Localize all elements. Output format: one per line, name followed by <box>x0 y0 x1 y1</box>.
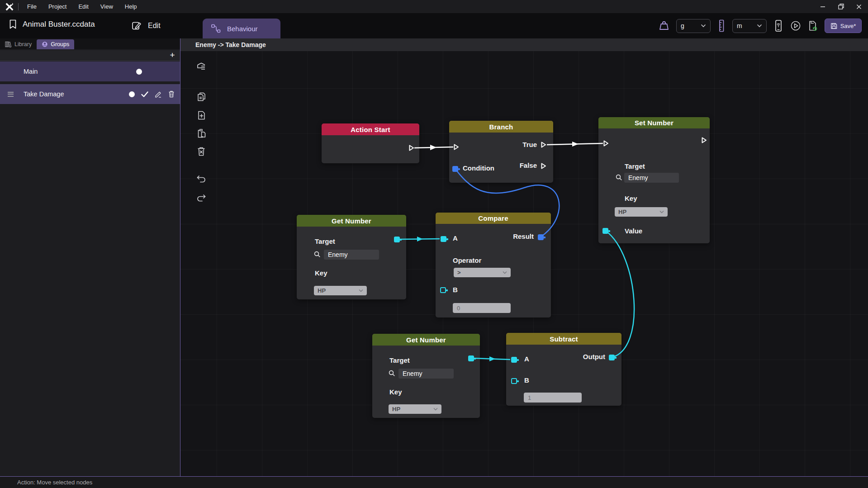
exec-in-pin[interactable] <box>452 143 460 151</box>
maximize-button[interactable] <box>832 0 850 13</box>
node-library-icon[interactable] <box>196 61 207 72</box>
b-value-input[interactable]: 1 <box>524 393 582 403</box>
save-button-label: Save* <box>840 23 856 29</box>
condition-in-pin[interactable] <box>452 166 458 172</box>
rename-pencil-icon[interactable] <box>155 91 162 98</box>
output-out-pin[interactable] <box>609 355 615 360</box>
edit-mode-button[interactable]: Edit <box>131 20 161 31</box>
target-value: Enemy <box>628 174 648 181</box>
target-search-input[interactable]: Enemy <box>624 173 679 183</box>
a-in-pin[interactable] <box>441 236 446 242</box>
node-action-start[interactable]: Action Start <box>322 123 419 163</box>
group-row-take-damage[interactable]: Take Damage <box>0 84 180 104</box>
node-set-number[interactable]: Set Number Target Enemy Key HP Value <box>598 117 710 243</box>
target-search-input[interactable]: Enemy <box>398 369 454 379</box>
window-controls <box>814 0 868 13</box>
active-dot-indicator[interactable] <box>129 91 135 97</box>
delete-trash-icon[interactable] <box>168 90 175 98</box>
b-in-pin[interactable] <box>511 378 517 384</box>
key-label: Key <box>625 194 637 202</box>
search-icon <box>389 370 395 377</box>
a-in-pin[interactable] <box>511 357 517 363</box>
number-out-pin[interactable] <box>468 355 474 361</box>
status-text: Action: Move selected nodes <box>17 479 92 486</box>
header-toolbar: g m Save* <box>658 13 868 38</box>
breadcrumb: Enemy -> Take Damage <box>195 41 266 48</box>
true-exec-out-pin[interactable] <box>540 141 547 148</box>
false-label: False <box>520 161 537 169</box>
chevron-down-icon <box>757 24 762 28</box>
delete-nodes-icon[interactable] <box>196 146 207 157</box>
search-icon <box>616 174 622 181</box>
value-in-pin[interactable] <box>602 228 608 234</box>
copy-icon[interactable] <box>196 91 207 102</box>
target-label: Target <box>625 162 645 170</box>
operator-dropdown[interactable]: > <box>454 268 511 277</box>
library-tab-label: Library <box>14 41 32 47</box>
exec-out-pin[interactable] <box>408 144 415 152</box>
node-subtract[interactable]: Subtract A Output B 1 <box>506 333 621 406</box>
target-value: Enemy <box>328 251 348 258</box>
behaviour-graph-icon <box>211 24 222 33</box>
ruler-icon <box>717 19 726 33</box>
mass-unit-select[interactable]: g <box>676 19 711 33</box>
paste-icon[interactable] <box>196 128 207 139</box>
tab-behaviour[interactable]: Behaviour <box>203 19 280 38</box>
tab-groups[interactable]: Groups <box>37 39 74 49</box>
undo-icon[interactable] <box>196 173 207 184</box>
node-get-number-2[interactable]: Get Number Target Enemy Key HP <box>372 334 480 418</box>
add-group-button[interactable]: + <box>167 50 177 60</box>
play-button[interactable] <box>790 20 801 31</box>
app-logo-icon <box>5 3 14 11</box>
chevron-down-icon <box>659 210 664 213</box>
redo-icon[interactable] <box>196 192 207 203</box>
menu-file[interactable]: File <box>27 3 37 10</box>
sidebar: Library Groups + Main Take Damage <box>0 38 180 476</box>
minimize-button[interactable] <box>814 0 832 13</box>
node-graph-canvas[interactable]: Enemy -> Take Damage Action Start Branch… <box>180 38 868 476</box>
node-compare[interactable]: Compare A Result Operator > B 0 <box>436 213 551 317</box>
key-dropdown[interactable]: HP <box>314 286 367 295</box>
condition-label: Condition <box>463 164 494 172</box>
groups-icon <box>42 41 48 47</box>
b-in-pin[interactable] <box>440 287 446 293</box>
save-button[interactable]: Save* <box>825 19 862 33</box>
b-value: 1 <box>528 394 531 401</box>
drag-handle-icon[interactable] <box>8 92 14 97</box>
b-value-input[interactable]: 0 <box>453 303 511 313</box>
menu-separator <box>18 3 19 10</box>
menu-edit[interactable]: Edit <box>78 3 88 10</box>
close-button[interactable] <box>850 0 868 13</box>
target-search-input[interactable]: Enemy <box>324 250 379 260</box>
device-preview-button[interactable] <box>773 20 784 31</box>
node-get-number-1[interactable]: Get Number Target Enemy Key HP <box>297 215 406 299</box>
group-row-main[interactable]: Main <box>0 62 180 81</box>
save-sync-icon-button[interactable] <box>807 20 818 31</box>
groups-tab-label: Groups <box>51 41 69 47</box>
key-label: Key <box>315 269 327 277</box>
edit-icon <box>131 20 142 31</box>
menu-help[interactable]: Help <box>125 3 137 10</box>
key-dropdown[interactable]: HP <box>389 404 441 414</box>
length-unit-select[interactable]: m <box>732 19 767 33</box>
new-document-icon[interactable] <box>196 110 207 121</box>
menu-view[interactable]: View <box>100 3 113 10</box>
library-books-icon <box>5 41 12 47</box>
confirm-check-icon[interactable] <box>141 91 148 97</box>
true-label: True <box>522 141 537 148</box>
number-out-pin[interactable] <box>394 237 400 242</box>
menu-project[interactable]: Project <box>48 3 66 10</box>
behaviour-tab-label: Behaviour <box>227 25 258 33</box>
node-title: Set Number <box>598 117 710 128</box>
exec-in-pin[interactable] <box>602 140 609 147</box>
exec-out-pin[interactable] <box>700 137 707 144</box>
false-exec-out-pin[interactable] <box>540 162 547 170</box>
node-branch[interactable]: Branch True Condition False <box>449 121 553 183</box>
key-dropdown[interactable]: HP <box>615 207 668 217</box>
result-out-pin[interactable] <box>538 234 544 240</box>
active-dot-indicator[interactable] <box>136 69 142 75</box>
tab-library[interactable]: Library <box>0 39 37 49</box>
a-label: A <box>453 234 458 242</box>
length-unit-value: m <box>737 22 742 29</box>
bookmark-icon <box>9 19 17 29</box>
